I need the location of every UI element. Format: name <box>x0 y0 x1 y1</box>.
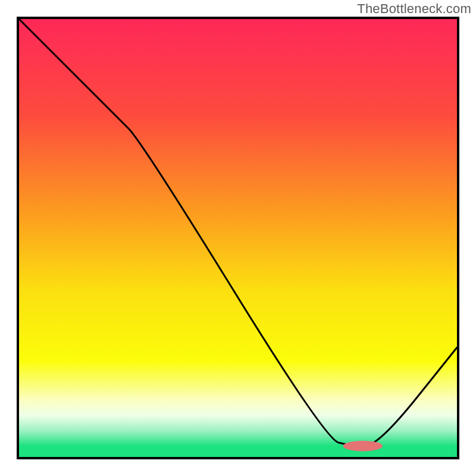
plot-frame <box>17 17 459 459</box>
watermark-text: TheBottleneck.com <box>357 1 471 17</box>
highlight-marker <box>343 441 383 452</box>
chart-container: TheBottleneck.com <box>0 0 476 476</box>
plot-svg <box>19 19 457 457</box>
